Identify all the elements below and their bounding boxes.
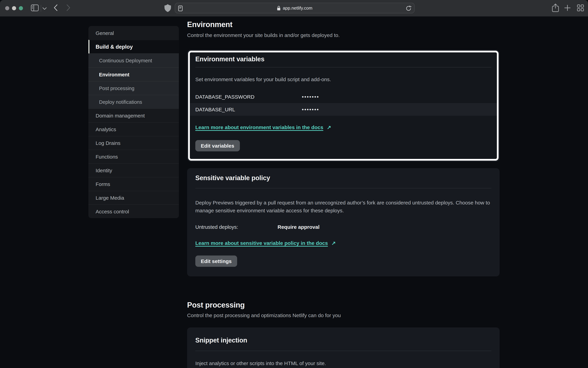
env-var-list: DATABASE_PASSWORD ••••••• DATABASE_URL •… bbox=[190, 90, 497, 116]
safari-window: app.netlify.com bbox=[0, 0, 588, 368]
privacy-report-button[interactable] bbox=[163, 4, 172, 13]
reload-button[interactable] bbox=[405, 5, 411, 11]
post-processing-description: Control the post processing and optimiza… bbox=[187, 312, 341, 319]
share-icon bbox=[552, 3, 559, 13]
edit-settings-button[interactable]: Edit settings bbox=[195, 256, 237, 267]
sidebar-item-identity[interactable]: Identity bbox=[88, 163, 179, 177]
untrusted-deploys-row: Untrusted deploys: Require approval bbox=[195, 224, 491, 230]
env-vars-docs-link[interactable]: Learn more about environment variables i… bbox=[195, 124, 491, 130]
policy-value: Require approval bbox=[278, 224, 319, 230]
environment-variables-card: Environment variables Set environment va… bbox=[187, 50, 500, 162]
page-description: Control the environment your site builds… bbox=[187, 32, 340, 39]
card-description: Inject analytics or other scripts into t… bbox=[195, 360, 491, 367]
chevron-right-icon bbox=[66, 4, 70, 12]
minimize-window-button[interactable] bbox=[12, 6, 16, 10]
forward-button[interactable] bbox=[66, 4, 71, 12]
env-var-name: DATABASE_PASSWORD bbox=[195, 94, 302, 100]
sidebar-item-functions[interactable]: Functions bbox=[88, 150, 179, 163]
env-var-row: DATABASE_PASSWORD ••••••• bbox=[190, 90, 497, 103]
card-divider bbox=[195, 188, 491, 188]
grid-icon bbox=[577, 4, 584, 12]
card-divider bbox=[195, 351, 491, 351]
address-bar[interactable]: app.netlify.com bbox=[175, 3, 415, 13]
sensitive-policy-docs-link[interactable]: Learn more about sensitive variable poli… bbox=[195, 240, 491, 246]
sidebar-subitem-continuous-deployment[interactable]: Continuous Deployment bbox=[88, 54, 179, 67]
sensitive-variable-policy-card: Sensitive variable policy Deploy Preview… bbox=[187, 168, 500, 276]
snippet-injection-card: Snippet injection Inject analytics or ot… bbox=[187, 327, 500, 368]
env-var-masked-value: ••••••• bbox=[302, 107, 319, 112]
card-description: Deploy Previews triggered by a pull requ… bbox=[195, 199, 491, 214]
sidebar-item-analytics[interactable]: Analytics bbox=[88, 122, 179, 136]
link-label: Learn more about sensitive variable poli… bbox=[195, 240, 328, 246]
card-title: Sensitive variable policy bbox=[195, 174, 491, 182]
sidebar-item-build-deploy[interactable]: Build & deploy bbox=[88, 40, 179, 54]
shield-icon bbox=[164, 4, 171, 13]
sidebar-toggle-button[interactable] bbox=[31, 4, 39, 12]
sidebar-subitem-post-processing[interactable]: Post processing bbox=[88, 81, 179, 95]
card-title: Snippet injection bbox=[195, 336, 491, 344]
sidebar-panel-icon bbox=[31, 4, 39, 12]
url-text: app.netlify.com bbox=[283, 6, 312, 11]
tab-overview-button[interactable] bbox=[577, 4, 584, 12]
chevron-left-icon bbox=[54, 4, 57, 12]
env-var-row: DATABASE_URL ••••••• bbox=[190, 103, 497, 116]
external-link-arrow-icon: ↗ bbox=[327, 124, 331, 130]
card-title: Environment variables bbox=[195, 55, 491, 63]
sidebar-subitem-deploy-notifications[interactable]: Deploy notifications bbox=[88, 95, 179, 109]
env-var-name: DATABASE_URL bbox=[195, 107, 302, 112]
edit-variables-button[interactable]: Edit variables bbox=[195, 140, 240, 151]
sidebar-item-access-control[interactable]: Access control bbox=[88, 204, 179, 218]
settings-sidebar: General Build & deploy Continuous Deploy… bbox=[88, 26, 179, 218]
post-processing-title: Post processing bbox=[187, 301, 245, 310]
page-title: Environment bbox=[187, 20, 233, 29]
lock-icon bbox=[277, 6, 281, 10]
card-description: Set environment variables for your build… bbox=[195, 76, 491, 83]
sidebar-subitem-environment[interactable]: Environment bbox=[88, 67, 179, 81]
toolbar-separator bbox=[41, 5, 41, 12]
back-button[interactable] bbox=[53, 4, 58, 12]
sidebar-item-general[interactable]: General bbox=[88, 26, 179, 40]
link-label: Learn more about environment variables i… bbox=[195, 124, 323, 130]
sidebar-item-large-media[interactable]: Large Media bbox=[88, 191, 179, 204]
share-button[interactable] bbox=[551, 3, 560, 13]
sidebar-item-domain-management[interactable]: Domain management bbox=[88, 109, 179, 122]
sidebar-item-forms[interactable]: Forms bbox=[88, 177, 179, 191]
sidebar-item-log-drains[interactable]: Log Drains bbox=[88, 136, 179, 150]
card-divider bbox=[195, 67, 491, 67]
new-tab-button[interactable] bbox=[564, 5, 571, 12]
reload-icon bbox=[406, 7, 411, 12]
policy-label: Untrusted deploys: bbox=[195, 224, 278, 230]
browser-toolbar: app.netlify.com bbox=[0, 0, 588, 17]
plus-icon bbox=[564, 5, 570, 12]
chevron-down-icon bbox=[43, 6, 47, 11]
sidebar-subsection-build-deploy: Continuous Deployment Environment Post p… bbox=[88, 54, 179, 109]
zoom-window-button[interactable] bbox=[19, 6, 23, 10]
external-link-arrow-icon: ↗ bbox=[332, 240, 336, 246]
close-window-button[interactable] bbox=[5, 6, 9, 10]
env-var-masked-value: ••••••• bbox=[302, 94, 319, 100]
sidebar-menu-button[interactable] bbox=[42, 7, 47, 10]
environment-variables-card-inner: Environment variables Set environment va… bbox=[188, 51, 499, 161]
